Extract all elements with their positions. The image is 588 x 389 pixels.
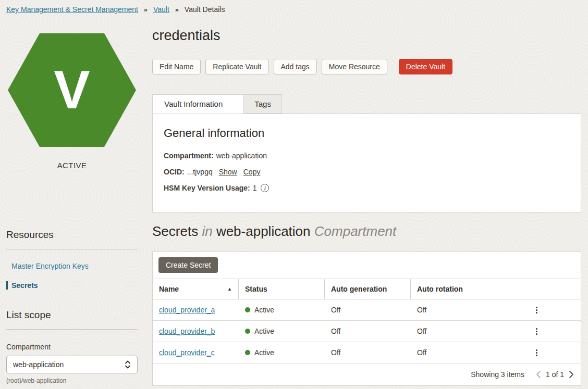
secrets-table-panel: Create Secret Name ▲ Status Auto generat… — [152, 252, 581, 386]
select-chevrons-icon — [125, 360, 131, 369]
vault-icon-letter: V — [54, 59, 90, 120]
compartment-select-value: web-application — [13, 360, 64, 369]
auto-generation-value: Off — [325, 306, 411, 314]
action-bar: Edit Name Replicate Vault Add tags Move … — [152, 59, 581, 74]
secrets-heading-suffix: Compartment — [314, 223, 397, 239]
resources-heading: Resources — [6, 229, 138, 241]
vault-hexagon-icon: V — [6, 33, 138, 149]
auto-generation-value: Off — [325, 348, 411, 357]
column-header-status: Status — [239, 279, 325, 299]
divider — [6, 249, 138, 249]
ocid-row: OCID: ...tjvpgq Show Copy — [164, 168, 570, 176]
column-header-auto-rotation: Auto rotation — [411, 279, 492, 299]
compartment-label: Compartment — [6, 343, 138, 351]
breadcrumb-separator: » — [144, 6, 148, 14]
page-indicator: 1 of 1 — [546, 370, 564, 379]
next-page-icon[interactable] — [569, 370, 574, 379]
add-tags-button[interactable]: Add tags — [274, 59, 317, 74]
column-header-name[interactable]: Name ▲ — [153, 279, 239, 299]
status-text: Active — [254, 306, 274, 314]
tab-bar: Vault Information Tags — [152, 94, 581, 114]
hsm-key-version-row: HSM Key Version Usage: 1 i — [164, 184, 570, 192]
compartment-path: (root)/web-application — [6, 377, 138, 384]
info-icon[interactable]: i — [261, 184, 269, 192]
breadcrumb-separator: » — [175, 6, 179, 14]
status-active-icon — [245, 350, 250, 355]
secret-link[interactable]: cloud_provider_a — [159, 306, 215, 314]
status-active-icon — [245, 329, 250, 334]
status-text: Active — [254, 327, 274, 335]
secrets-heading-compartment: web-application — [216, 223, 311, 239]
breadcrumb-link-key-management[interactable]: Key Management & Secret Management — [6, 5, 138, 14]
sidebar-item-master-encryption-keys[interactable]: Master Encryption Keys — [6, 262, 138, 270]
compartment-field-label: Compartment: — [164, 152, 214, 160]
tab-vault-information[interactable]: Vault Information — [152, 94, 244, 114]
compartment-field-value: web-application — [216, 152, 267, 160]
column-header-auto-generation-label: Auto generation — [331, 285, 387, 293]
column-header-status-label: Status — [245, 285, 267, 293]
auto-rotation-value: Off — [411, 327, 492, 335]
column-header-actions — [492, 279, 581, 299]
hsm-field-value: 1 — [253, 184, 257, 192]
status-active-icon — [245, 307, 250, 312]
page-title: credentials — [152, 28, 581, 44]
vault-information-panel: General information Compartment: web-app… — [152, 114, 581, 212]
secrets-heading-prefix: Secrets — [152, 223, 198, 239]
column-header-name-label: Name — [159, 285, 179, 293]
delete-vault-button[interactable]: Delete Vault — [399, 59, 452, 74]
prev-page-icon[interactable] — [536, 370, 541, 379]
status-text: Active — [254, 348, 274, 357]
table-header-row: Name ▲ Status Auto generation Auto rotat… — [153, 279, 581, 299]
column-header-auto-generation: Auto generation — [325, 279, 411, 299]
auto-rotation-value: Off — [411, 348, 492, 357]
replicate-vault-button[interactable]: Replicate Vault — [205, 59, 268, 74]
table-row: cloud_provider_b Active Off Off — [153, 321, 581, 342]
ocid-field-label: OCID: — [164, 168, 185, 176]
auto-generation-value: Off — [325, 327, 411, 335]
ocid-field-value: ...tjvpgq — [187, 168, 213, 176]
vault-status-label: ACTIVE — [6, 161, 138, 170]
sidebar-item-secrets[interactable]: Secrets — [6, 281, 138, 290]
kebab-menu-icon[interactable] — [533, 325, 541, 338]
sidebar: V ACTIVE Resources Master Encryption Key… — [6, 18, 138, 386]
ocid-show-link[interactable]: Show — [219, 168, 237, 176]
edit-name-button[interactable]: Edit Name — [152, 59, 201, 74]
breadcrumb-current: Vault Details — [185, 5, 225, 14]
compartment-select[interactable]: web-application — [6, 356, 138, 373]
tab-tags[interactable]: Tags — [244, 94, 282, 114]
secrets-section-heading: Secrets in web-application Compartment — [152, 223, 581, 240]
table-row: cloud_provider_c Active Off Off — [153, 342, 581, 363]
kebab-menu-icon[interactable] — [533, 346, 541, 359]
secret-link[interactable]: cloud_provider_c — [159, 348, 215, 357]
kebab-menu-icon[interactable] — [533, 304, 541, 317]
secret-link[interactable]: cloud_provider_b — [159, 327, 215, 335]
breadcrumb-link-vault[interactable]: Vault — [153, 5, 169, 14]
list-scope-heading: List scope — [6, 309, 138, 321]
table-row: cloud_provider_a Active Off Off — [153, 299, 581, 321]
table-pagination: Showing 3 items 1 of 1 — [153, 363, 581, 385]
secrets-heading-in: in — [202, 223, 212, 239]
move-resource-button[interactable]: Move Resource — [322, 59, 387, 74]
breadcrumb: Key Management & Secret Management » Vau… — [0, 0, 588, 18]
general-information-heading: General information — [164, 127, 570, 140]
auto-rotation-value: Off — [411, 306, 492, 314]
divider — [6, 329, 138, 330]
column-header-auto-rotation-label: Auto rotation — [417, 285, 463, 293]
pagination-summary: Showing 3 items — [471, 370, 524, 379]
table-toolbar: Create Secret — [153, 252, 581, 279]
sort-asc-icon[interactable]: ▲ — [227, 286, 232, 292]
compartment-row: Compartment: web-application — [164, 152, 570, 160]
ocid-copy-link[interactable]: Copy — [243, 168, 261, 176]
create-secret-button[interactable]: Create Secret — [158, 257, 218, 273]
hsm-field-label: HSM Key Version Usage: — [164, 184, 250, 192]
main-content: credentials Edit Name Replicate Vault Ad… — [152, 18, 581, 386]
